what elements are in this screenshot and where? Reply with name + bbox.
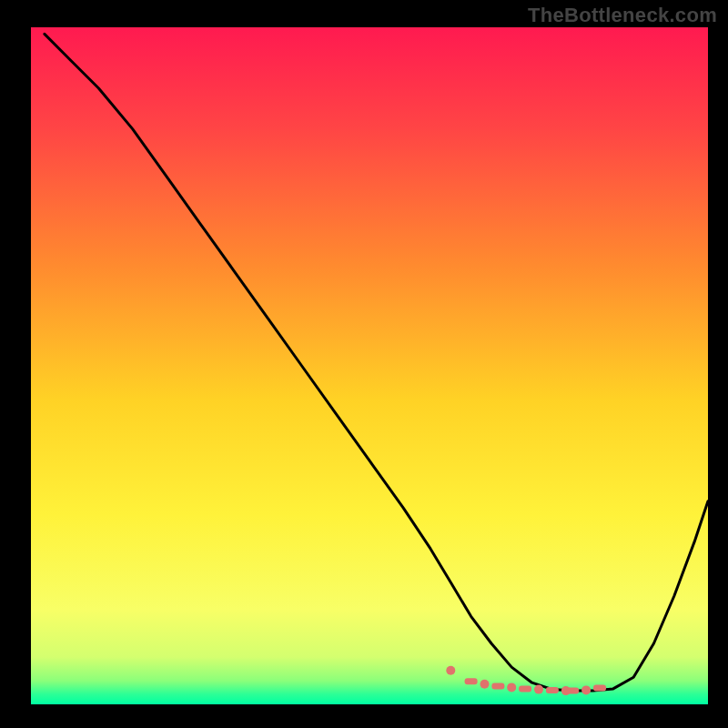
- marker-dash: [465, 678, 478, 684]
- bottleneck-curve: [45, 34, 708, 691]
- marker-dash: [593, 685, 606, 692]
- marker-dash: [546, 687, 559, 693]
- chart-frame: TheBottleneck.com: [0, 0, 728, 728]
- marker-dot: [534, 685, 543, 694]
- marker-dash: [491, 682, 504, 689]
- marker-dot: [507, 682, 516, 692]
- flat-region-markers: [446, 666, 606, 695]
- watermark-text: TheBottleneck.com: [528, 4, 717, 27]
- marker-dot: [480, 680, 490, 689]
- plot-area: [31, 27, 708, 704]
- marker-dash: [566, 688, 579, 694]
- marker-dash: [519, 685, 531, 692]
- marker-dot: [581, 685, 591, 694]
- chart-curve-layer: [31, 27, 708, 704]
- marker-dot: [446, 666, 455, 675]
